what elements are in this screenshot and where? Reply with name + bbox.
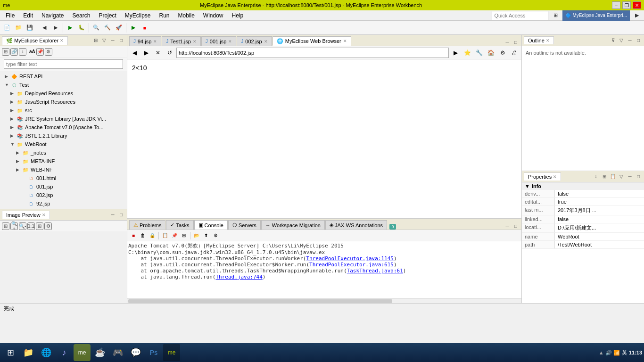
image-zoom-in[interactable]: 🔍+ [10,222,18,230]
minimize-button[interactable]: – [612,1,620,9]
taskbar-myeclipse2[interactable]: me [163,344,180,361]
tab-close-94[interactable]: ✕ [153,39,157,44]
outline-menu-btn[interactable]: ▽ [618,37,625,44]
bottom-max-btn[interactable]: □ [512,222,520,230]
menu-navigate[interactable]: Navigate [38,11,67,20]
perspective-more-btn[interactable]: ▶ [632,10,642,21]
menu-help[interactable]: Help [228,11,248,20]
properties-close[interactable]: ✕ [553,174,557,179]
properties-sort-btn[interactable]: ↕ [592,173,600,181]
explorer-tab[interactable]: 🌿 MyEclipse Explorer ✕ [2,36,68,45]
properties-tab[interactable]: Properties ✕ [524,173,561,181]
tree-item-rest-api[interactable]: ▶ 🔶 REST API [0,72,127,81]
console-open-file-btn[interactable]: 📂 [192,231,201,240]
properties-min-btn[interactable]: ─ [626,173,634,181]
taskbar-java[interactable]: ☕ [91,344,108,361]
image-grid-toggle[interactable]: ⊞ [36,222,43,230]
taskbar-start[interactable]: ⊞ [2,344,19,361]
taskbar-ps[interactable]: Ps [145,344,162,361]
outline-min-btn[interactable]: ─ [626,37,634,44]
menu-file[interactable]: File [2,11,18,20]
image-preview-close[interactable]: ✕ [42,213,46,217]
link-threadpool-615[interactable]: ThreadPoolExecutor.java:615 [309,262,394,268]
toolbar-debug[interactable]: 🐛 [76,23,87,33]
tree-item-webroot[interactable]: ▼ 📁 WebRoot [0,140,127,148]
menu-search[interactable]: Search [68,11,94,20]
console-h-scroll[interactable] [127,298,521,303]
perspective-label-btn[interactable]: 🔷 MyEclipse Java Enterpri... [562,10,630,21]
explorer-pin-btn[interactable]: 📌 [36,48,44,56]
editor-tab-test1[interactable]: J Test1.jsp ✕ [162,36,200,46]
properties-filter-btn[interactable]: ⊞ [601,173,608,181]
toolbar-save[interactable]: 💾 [25,23,35,33]
tab-problems[interactable]: ⚠ Problems [129,220,165,230]
image-preview-tab[interactable]: Image Preview ✕ [2,211,50,219]
editor-tab-browser[interactable]: 🌐 MyEclipse Web Browser ✕ [272,36,351,46]
tree-item-test[interactable]: ▼ ⬡ Test [0,81,127,89]
browser-back-btn[interactable]: ◀ [129,48,140,58]
browser-print-btn[interactable]: 🖨 [509,48,520,58]
taskbar-chrome[interactable]: 🌐 [38,344,55,361]
properties-menu-btn[interactable]: ▽ [618,173,625,181]
toolbar-back[interactable]: ◀ [39,23,50,33]
image-preview-max[interactable]: □ [117,211,125,219]
toolbar-search[interactable]: 🔍 [91,23,101,33]
menu-edit[interactable]: Edit [19,11,37,20]
tree-item-deployed[interactable]: ▶ 📁 Deployed Resources [0,89,127,98]
editor-tab-002jsp[interactable]: J 002.jsp ✕ [237,36,272,46]
perspective-switch-btn[interactable]: ⊞ [550,10,561,21]
tab-workspace[interactable]: → Workspace Migration [261,220,325,230]
browser-stop-btn[interactable]: ✕ [153,48,163,58]
browser-refresh-btn[interactable]: ↺ [165,48,175,58]
outline-tab[interactable]: Outline ✕ [524,36,554,44]
tab-servers[interactable]: ⬡ Servers [228,220,261,230]
tree-item-notes[interactable]: ▶ 📁 _notes [0,148,127,157]
editor-tab-94jsp[interactable]: J 94.jsp ✕ [129,36,161,46]
taskbar-game[interactable]: 🎮 [109,344,126,361]
image-settings[interactable]: ⚙ [44,222,52,230]
h-scrollbar-thumb[interactable] [128,299,392,303]
properties-max-btn[interactable]: □ [635,173,642,181]
menu-run[interactable]: Run [155,11,173,20]
browser-forward-btn[interactable]: ▶ [141,48,151,58]
menu-project[interactable]: Project [95,11,120,20]
console-select-all-btn[interactable]: ⊞ [180,231,188,240]
image-actual-size[interactable]: 1:1 [27,222,35,230]
editor-tab-001jsp[interactable]: J 001.jsp ✕ [201,36,236,46]
tree-item-001html[interactable]: ▶ 🗋 001.html [0,174,127,182]
tree-item-jstl[interactable]: ▶ 📚 JSTL 1.2.1 Library [0,132,127,140]
quick-access-input[interactable] [492,11,548,20]
image-preview-min[interactable]: ─ [109,211,116,219]
toolbar-ant[interactable]: 🔨 [102,23,113,33]
explorer-sync-btn[interactable]: ↕ [19,48,26,56]
bottom-min-btn[interactable]: ─ [504,222,511,230]
console-paste-btn[interactable]: 📌 [170,231,179,240]
props-section-info[interactable]: ▼ Info [522,182,644,190]
browser-home-btn[interactable]: 🏠 [486,48,496,58]
link-threadpool-1145[interactable]: ThreadPoolExecutor.java:1145 [306,255,394,262]
image-zoom-fit[interactable]: ⊞ [2,222,9,230]
toolbar-server-stop[interactable]: ■ [140,23,150,33]
tab-close-test1[interactable]: ✕ [193,39,197,44]
close-button[interactable]: ✕ [633,1,641,9]
editor-min-btn[interactable]: ─ [504,38,511,46]
tree-item-tomcat[interactable]: ▶ 📚 Apache Tomcat v7.0 [Apache To... [0,123,127,132]
toolbar-server-start[interactable]: ▶ [128,23,139,33]
tab-jaxws[interactable]: ◈ JAX-WS Annotations [325,220,387,230]
tree-item-002jsp[interactable]: ▶ 🗋 002.jsp [0,191,127,199]
browser-go-btn[interactable]: ▶ [450,48,461,58]
toolbar-forward[interactable]: ▶ [50,23,61,33]
editor-max-btn[interactable]: □ [512,38,520,46]
outline-close[interactable]: ✕ [546,38,550,43]
browser-settings-btn[interactable]: ⚙ [497,48,508,58]
explorer-max-btn[interactable]: □ [117,37,125,44]
taskbar-wechat[interactable]: 💬 [127,344,144,361]
console-stop-btn[interactable]: ■ [129,231,138,240]
console-scroll-lock-btn[interactable]: 🔒 [148,231,157,240]
explorer-filter-input[interactable] [4,59,123,69]
explorer-min-btn[interactable]: ─ [109,37,116,44]
explorer-collapse-all-btn[interactable]: ⊞ [2,48,9,56]
tree-item-92jsp[interactable]: ▶ 🗋 92.jsp [0,199,127,208]
image-zoom-out[interactable]: 🔍- [19,222,26,230]
tree-item-jre[interactable]: ▶ 📚 JRE System Library [Java JDK Vi... [0,115,127,123]
